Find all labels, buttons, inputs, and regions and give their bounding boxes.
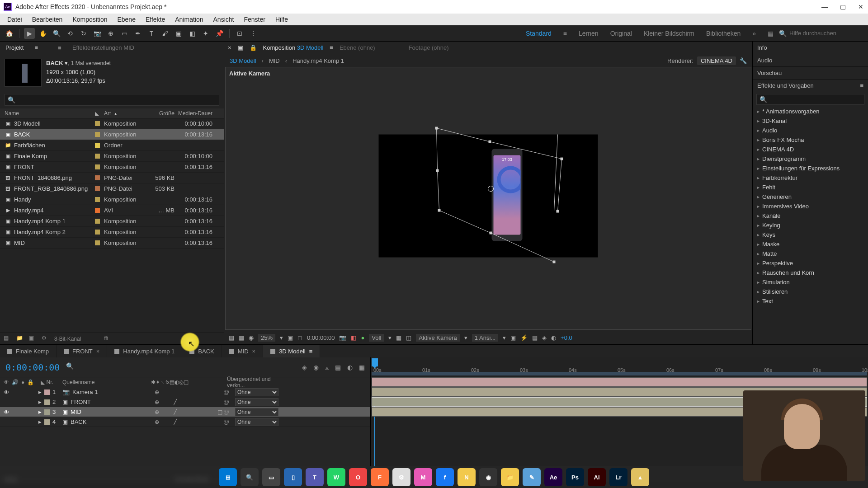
effect-category[interactable]: Einstellungen für Expressions [753, 164, 868, 173]
motion-blur-icon[interactable]: ◐ [347, 364, 353, 371]
eraser-tool[interactable]: ◧ [187, 28, 198, 39]
timeline-tab[interactable]: FRONT× [57, 345, 107, 357]
audio-panel-tab[interactable]: Audio [753, 54, 868, 67]
current-time[interactable]: 0:00:00:00 [307, 334, 335, 341]
type-tool[interactable]: T [146, 28, 157, 39]
label-color-icon[interactable] [95, 186, 100, 191]
tab-close-icon[interactable]: × [96, 348, 100, 355]
effect-category[interactable]: Fehlt [753, 183, 868, 192]
parent-pickwhip-icon[interactable]: @ [223, 389, 231, 395]
transparency-icon[interactable]: ▦ [396, 334, 401, 341]
label-color-icon[interactable] [95, 208, 100, 213]
project-row[interactable]: ▣Handy.mp4 Komp 2 Komposition 0:00:13:16 [0, 227, 224, 238]
brush-tool[interactable]: 🖌 [160, 28, 170, 39]
expand-layer-icon[interactable]: ▸ [38, 399, 42, 405]
breadcrumb-item[interactable]: Handy.mp4 Komp 1 [292, 57, 344, 64]
expand-layer-icon[interactable]: ▸ [38, 389, 42, 395]
comp-mini-flowchart-icon[interactable]: ◈ [302, 364, 307, 371]
new-folder-icon[interactable]: 📁 [16, 335, 24, 343]
footage-viewer-tab[interactable]: Footage (ohne) [409, 44, 449, 51]
timeline-icon[interactable]: ▤ [532, 334, 538, 341]
3d-switch[interactable]: ◫ [217, 409, 223, 415]
graph-editor-icon[interactable]: ▦ [359, 364, 365, 371]
visibility-toggle[interactable] [4, 399, 10, 405]
effect-category[interactable]: CINEMA 4D [753, 145, 868, 154]
camera-tool[interactable]: 📷 [92, 28, 103, 39]
workspace-original[interactable]: Original [610, 30, 632, 37]
taskbar-app1[interactable]: ⚙ [392, 468, 410, 486]
layer-row[interactable]: 👁 ▸1 📷Kamera 1 ⊕ @ Ohne [0, 387, 370, 397]
col-type[interactable]: Art▲ [104, 110, 147, 117]
effect-category[interactable]: Audio [753, 126, 868, 135]
label-color-icon[interactable] [95, 175, 100, 180]
alpha-toggle-icon[interactable]: ▤ [229, 334, 234, 341]
taskbar-firefox[interactable]: F [371, 468, 389, 486]
3d-view-icon[interactable]: ◫ [406, 334, 411, 341]
res-dropdown-icon[interactable]: ▾ [388, 334, 392, 341]
visibility-toggle[interactable]: 👁 [4, 409, 10, 415]
exposure-value[interactable]: +0,0 [561, 334, 572, 341]
color-mgmt-icon[interactable]: ● [361, 334, 364, 341]
window-close-button[interactable]: ✕ [857, 3, 864, 10]
effect-category[interactable]: Generieren [753, 192, 868, 202]
3d-switch[interactable] [217, 399, 223, 405]
selection-bounding-box[interactable] [379, 135, 598, 315]
renderer-settings-icon[interactable]: 🔧 [740, 57, 747, 64]
effect-category[interactable]: Simulation [753, 277, 868, 287]
help-search[interactable]: 🔍 [776, 27, 864, 40]
new-comp-icon[interactable]: ▣ [29, 335, 37, 343]
effect-category[interactable]: Rauschen und Korn [753, 268, 868, 277]
project-panel-menu-icon[interactable]: ≡ [32, 42, 41, 53]
workspace-overflow-icon[interactable]: » [752, 30, 756, 37]
3d-switch[interactable] [217, 389, 223, 395]
timeline-ruler[interactable]: 00s01s02s03s04s05s06s07s08s09s10s [371, 357, 868, 377]
effect-category[interactable]: * Animationsvorgaben [753, 107, 868, 116]
effect-category[interactable]: Text [753, 296, 868, 306]
layer-label-color[interactable] [44, 399, 50, 405]
effect-category[interactable]: Keying [753, 221, 868, 230]
label-color-icon[interactable] [95, 240, 100, 245]
camera-dropdown-icon[interactable]: ▾ [464, 334, 467, 341]
taskbar-files[interactable]: 📁 [501, 468, 519, 486]
timeline-tab[interactable]: MID× [222, 345, 263, 357]
comp-tab-title[interactable]: Komposition 3D Modell [263, 44, 324, 51]
visibility-toggle[interactable] [4, 419, 10, 425]
zoom-tool[interactable]: 🔍 [51, 28, 62, 39]
info-panel-tab[interactable]: Info [753, 42, 868, 54]
fast-preview-icon[interactable]: ⚡ [520, 334, 528, 341]
effects-panel-tab[interactable]: Effekte und Vorgaben [757, 82, 814, 89]
camera-select[interactable]: Aktive Kamera [416, 334, 460, 342]
project-row[interactable]: 🖼FRONT_RGB_1840886.png PNG-Datei 503 KB [0, 183, 224, 194]
zoom-level[interactable]: 25% [258, 334, 275, 342]
layer-label-color[interactable] [44, 409, 50, 415]
frame-blend-icon[interactable]: ▤ [335, 364, 341, 371]
layer-viewer-tab[interactable]: Ebene (ohne) [340, 44, 375, 51]
label-color-icon[interactable] [95, 197, 100, 202]
project-row[interactable]: 🖼FRONT_1840886.png PNG-Datei 596 KB [0, 173, 224, 183]
taskbar-app2[interactable]: ▲ [631, 468, 649, 486]
selection-tool[interactable]: ▶ [24, 28, 35, 39]
effect-category[interactable]: Immersives Video [753, 202, 868, 211]
workspace-bibliotheken[interactable]: Bibliotheken [706, 30, 741, 37]
project-row[interactable]: ▣BACK Komposition 0:00:13:16 [0, 129, 224, 140]
taskbar-opera[interactable]: O [349, 468, 367, 486]
effect-controls-tab[interactable]: Effekteinstellungen MID [70, 42, 137, 53]
taskbar-search[interactable]: 🔍 [241, 468, 259, 486]
taskbar-ae[interactable]: Ae [544, 468, 562, 486]
collapse-switch[interactable]: ╱ [172, 409, 179, 415]
col-parent[interactable]: Übergeordnet und verkn... [223, 376, 287, 389]
project-row[interactable]: ▣Finale Komp Komposition 0:00:10:00 [0, 151, 224, 162]
project-row[interactable]: ▶Handy.mp4 AVI … MB 0:00:13:16 [0, 205, 224, 216]
comp-maximize-icon[interactable]: ▣ [238, 44, 243, 51]
shy-switch[interactable]: ⊕ [154, 409, 160, 415]
collapse-switch[interactable]: ╱ [172, 399, 179, 405]
hand-tool[interactable]: ✋ [38, 28, 48, 39]
label-color-icon[interactable] [95, 154, 100, 159]
workspace-standard[interactable]: Standard [526, 30, 552, 37]
parent-pickwhip-icon[interactable]: @ [223, 408, 231, 415]
project-row[interactable]: ▣Handy.mp4 Komp 1 Komposition 0:00:13:16 [0, 216, 224, 227]
zoom-dropdown-icon[interactable]: ▾ [280, 334, 283, 341]
window-minimize-button[interactable]: — [821, 3, 828, 10]
workspace-reset-icon[interactable]: ▦ [768, 30, 774, 37]
menu-datei[interactable]: Datei [3, 14, 27, 25]
